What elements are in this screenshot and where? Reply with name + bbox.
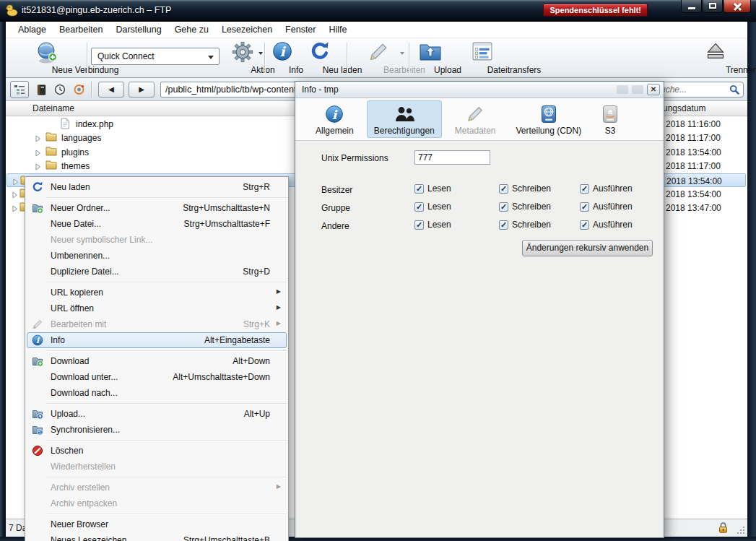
menu-icon-empty xyxy=(32,218,43,230)
context-menu-item-neuer-symbolischer-link[interactable]: Neuer symbolischer Link... xyxy=(27,232,287,248)
checkbox-box[interactable]: ✓ xyxy=(580,202,589,212)
menu-bearbeiten[interactable]: Bearbeiten xyxy=(53,22,109,37)
tab-berechtigungen[interactable]: Berechtigungen xyxy=(367,100,442,138)
unix-permissions-input[interactable] xyxy=(414,150,490,165)
checkbox-box[interactable]: ✓ xyxy=(414,184,424,194)
menu-gehe-zu[interactable]: Gehe zu xyxy=(168,22,215,37)
bookmark-icon xyxy=(37,85,46,95)
context-menu-item-neue-datei[interactable]: Neue Datei...Strg+Umschalttaste+F xyxy=(27,216,287,232)
context-menu-item-neuer-browser[interactable]: Neuer Browser xyxy=(27,516,287,532)
context-menu-item-download-nach[interactable]: Download nach... xyxy=(27,385,287,401)
checkbox-box[interactable]: ✓ xyxy=(414,202,424,212)
info-dialog-title: Info - tmp xyxy=(302,85,339,95)
expand-arrow-icon[interactable] xyxy=(35,134,41,144)
checkbox-box[interactable]: ✓ xyxy=(499,202,508,212)
title-bar[interactable]: it521831@pingu.eb-zuerich.ch – FTP Spend… xyxy=(0,0,756,22)
checkbox-box[interactable]: ✓ xyxy=(580,184,589,194)
context-menu-item-dupliziere-datei[interactable]: Dupliziere Datei...Strg+D xyxy=(27,264,287,280)
menu-icon-empty xyxy=(32,371,43,383)
upload-button[interactable]: Upload xyxy=(413,39,448,77)
expand-arrow-icon[interactable] xyxy=(13,178,19,188)
checkbox-gruppe-lesen[interactable]: ✓Lesen xyxy=(414,202,451,212)
context-menu-item-archiv-erstellen[interactable]: Archiv erstellen▶ xyxy=(27,480,287,495)
checkbox-gruppe-ausführen[interactable]: ✓Ausführen xyxy=(580,202,633,212)
checkbox-besitzer-schreiben[interactable]: ✓Schreiben xyxy=(499,183,551,194)
tab-metadaten[interactable]: Metadaten xyxy=(448,100,503,138)
minimize-button[interactable] xyxy=(681,0,702,13)
checkbox-box[interactable]: ✓ xyxy=(414,220,424,230)
upload-folder-icon xyxy=(420,41,441,64)
checkbox-andere-ausführen[interactable]: ✓Ausführen xyxy=(580,220,633,230)
history-view-button[interactable] xyxy=(51,81,69,98)
context-menu-item-download[interactable]: DownloadAlt+Down xyxy=(27,353,287,369)
back-icon: ◀ xyxy=(108,85,114,93)
maximize-button[interactable] xyxy=(703,0,723,13)
info-button[interactable]: i Info xyxy=(269,39,296,77)
context-menu-item-neu-laden[interactable]: Neu ladenStrg+R xyxy=(27,179,287,195)
checkbox-box[interactable]: ✓ xyxy=(499,220,508,230)
transfers-button[interactable]: Dateitransfers xyxy=(451,39,514,77)
reload-button[interactable]: Neu laden xyxy=(297,39,342,77)
menu-item-shortcut: Alt+Down xyxy=(233,356,270,366)
apply-recursive-button[interactable]: Änderungen rekursiv anwenden xyxy=(522,240,653,256)
resize-grip[interactable] xyxy=(737,526,745,534)
context-menu-item-löschen[interactable]: Löschen xyxy=(27,443,287,459)
reload-icon xyxy=(310,41,330,64)
new-connection-button[interactable]: Neue Verbindung xyxy=(9,39,85,77)
submenu-arrow-icon: ▶ xyxy=(277,304,281,311)
forward-icon: ▶ xyxy=(139,85,144,93)
checkbox-gruppe-schreiben[interactable]: ✓Schreiben xyxy=(499,202,551,212)
context-menu-item-synchronisieren[interactable]: Synchronisieren... xyxy=(27,422,287,438)
forward-button[interactable]: ▶ xyxy=(129,82,155,98)
maximize-icon xyxy=(709,3,716,9)
bookmarks-view-button[interactable] xyxy=(32,81,51,98)
context-menu-item-url-kopieren[interactable]: URL kopieren▶ xyxy=(27,285,287,300)
action-button[interactable]: Aktion xyxy=(222,39,263,77)
menu-ablage[interactable]: Ablage xyxy=(12,22,53,37)
quick-connect-combobox[interactable]: Quick Connect xyxy=(91,48,220,65)
menu-item-shortcut: Strg+Umschalttaste+N xyxy=(183,203,270,213)
context-menu-item-umbenennen[interactable]: Umbenennen... xyxy=(27,248,287,264)
context-menu-item-neuer-ordner[interactable]: Neuer Ordner...Strg+Umschalttaste+N xyxy=(27,200,287,216)
menu-fenster[interactable]: Fenster xyxy=(279,22,322,37)
context-menu-item-upload[interactable]: Upload...Alt+Up xyxy=(27,406,287,422)
window-border-right xyxy=(747,22,756,541)
context-menu-item-wiederherstellen[interactable]: Wiederherstellen xyxy=(27,459,287,475)
checkbox-andere-lesen[interactable]: ✓Lesen xyxy=(414,220,451,230)
back-button[interactable]: ◀ xyxy=(98,82,124,98)
edit-button[interactable]: Bearbeiten xyxy=(352,39,404,77)
context-menu-item-url-öffnen[interactable]: URL öffnen▶ xyxy=(27,300,287,316)
menu-darstellung[interactable]: Darstellung xyxy=(109,22,168,37)
checkbox-box[interactable]: ✓ xyxy=(580,220,589,230)
tab-s3[interactable]: aS3 xyxy=(594,100,626,138)
expand-arrow-icon[interactable] xyxy=(12,191,18,201)
donation-key-missing-badge[interactable]: Spendenschlüssel fehlt! xyxy=(543,4,648,17)
tab-allgemein[interactable]: iAllgemein xyxy=(308,100,361,138)
context-menu-item-neues-lesezeichen[interactable]: Neues LesezeichenStrg+Umschalttaste+B xyxy=(27,532,287,541)
checkbox-box[interactable]: ✓ xyxy=(499,184,508,194)
info-dialog-close-button[interactable]: ✕ xyxy=(647,84,660,95)
close-button[interactable] xyxy=(724,0,751,13)
checkbox-besitzer-ausführen[interactable]: ✓Ausführen xyxy=(580,183,633,194)
context-menu-item-bearbeiten-mit[interactable]: Bearbeiten mitStrg+K▶ xyxy=(27,316,287,332)
tab-verteilung-cdn[interactable]: Verteilung (CDN) xyxy=(509,100,589,138)
info-dialog-title-bar[interactable]: Info - tmp ✕ xyxy=(295,82,664,98)
column-header-filename[interactable]: Dateiname xyxy=(32,103,74,113)
menu-lesezeichen[interactable]: Lesezeichen xyxy=(215,22,279,37)
disconnect-button[interactable]: Trennen xyxy=(690,39,742,77)
checkbox-andere-schreiben[interactable]: ✓Schreiben xyxy=(499,220,551,230)
expand-arrow-icon[interactable] xyxy=(12,204,18,215)
menu-hilfe[interactable]: Hilfe xyxy=(323,22,354,37)
context-menu-item-archiv-entpacken[interactable]: Archiv entpacken xyxy=(27,495,287,511)
expand-arrow-icon[interactable] xyxy=(35,149,41,159)
toolbar: Neue Verbindung Quick Connect Aktion i I… xyxy=(6,38,747,78)
context-menu: Neu ladenStrg+RNeuer Ordner...Strg+Umsch… xyxy=(25,176,289,541)
search-input[interactable] xyxy=(653,83,726,96)
bonjour-view-button[interactable] xyxy=(69,81,88,98)
checkbox-besitzer-lesen[interactable]: ✓Lesen xyxy=(414,183,451,194)
context-menu-item-download-unter[interactable]: Download unter...Alt+Umschalttaste+Down xyxy=(27,369,287,385)
expand-arrow-icon[interactable] xyxy=(35,163,41,173)
outline-view-button[interactable] xyxy=(10,81,29,98)
context-menu-item-info[interactable]: iInfoAlt+Eingabetaste xyxy=(27,332,287,348)
menu-item-shortcut: Strg+D xyxy=(243,267,270,277)
